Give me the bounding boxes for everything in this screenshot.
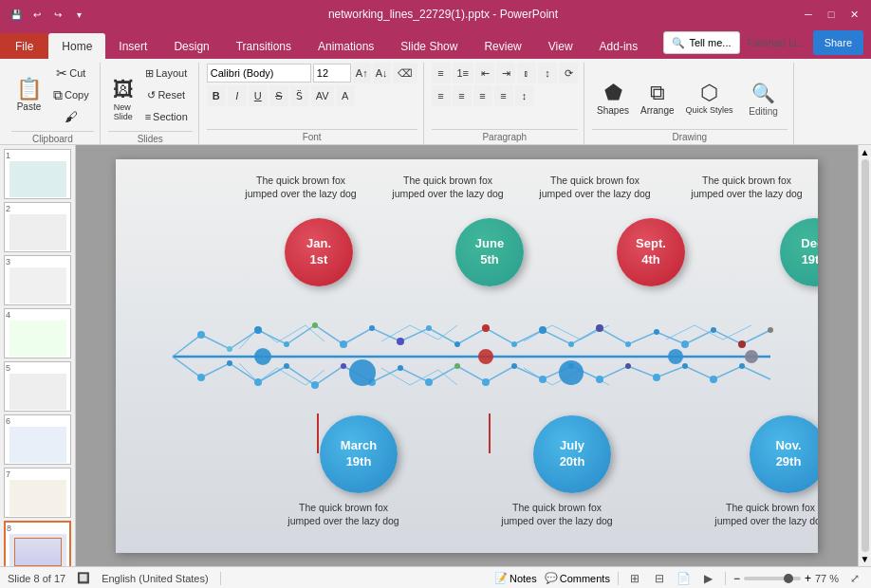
minimize-btn[interactable]: ─ — [799, 5, 818, 24]
numbering-btn[interactable]: 1≡ — [453, 63, 474, 83]
slideshow-view-btn[interactable]: ▶ — [700, 570, 717, 587]
scroll-thumb[interactable] — [862, 159, 869, 552]
increase-indent-btn[interactable]: ⇥ — [496, 63, 515, 83]
slide-thumb-2[interactable]: 2 — [4, 202, 71, 252]
reset-button[interactable]: ↺ Reset — [140, 84, 193, 105]
svg-point-24 — [227, 360, 232, 366]
zoom-out-btn[interactable]: − — [733, 572, 740, 585]
tab-file[interactable]: File — [0, 33, 48, 59]
zoom-slider[interactable] — [744, 577, 801, 580]
share-button[interactable]: Share — [813, 30, 863, 55]
slide-thumb-6[interactable]: 6 — [4, 414, 71, 465]
status-bar: Slide 8 of 17 🔲 English (United States) … — [0, 566, 871, 588]
align-left-btn[interactable]: ≡ — [432, 85, 451, 106]
format-painter-button[interactable]: 🖌 — [48, 106, 94, 127]
circle-march: March 19th — [320, 415, 398, 493]
zoom-thumb — [784, 574, 793, 583]
zoom-in-btn[interactable]: + — [805, 572, 811, 585]
right-scrollbar[interactable]: ▲ ▼ — [858, 145, 871, 566]
slide-thumb-5[interactable]: 5 — [4, 361, 71, 412]
tab-transitions[interactable]: Transitions — [223, 33, 305, 59]
font-family-input[interactable] — [207, 64, 311, 83]
comments-label: Comments — [560, 573, 610, 584]
copy-button[interactable]: ⧉ Copy — [48, 84, 94, 105]
slide-thumb-4[interactable]: 4 — [4, 308, 71, 358]
svg-point-41 — [710, 376, 717, 383]
font-size-input[interactable] — [313, 64, 351, 83]
clear-format-btn[interactable]: ⌫ — [393, 63, 417, 83]
status-right: 📝 Notes 💬 Comments ⊞ ⊟ 📄 ▶ − + 77 % ⤢ — [494, 570, 863, 587]
tab-slideshow[interactable]: Slide Show — [387, 33, 471, 59]
notes-button[interactable]: 📝 Notes — [494, 572, 537, 584]
underline-btn[interactable]: U — [249, 85, 268, 106]
line-spacing-btn[interactable]: ↕ — [515, 85, 534, 106]
decrease-indent-btn[interactable]: ⇤ — [475, 63, 494, 83]
tab-review[interactable]: Review — [471, 33, 534, 59]
char-spacing-btn[interactable]: AV — [311, 85, 334, 106]
italic-btn[interactable]: I — [228, 85, 247, 106]
slide-thumb-8[interactable]: 8 — [4, 521, 71, 566]
fit-slide-btn[interactable]: ⤢ — [846, 570, 863, 587]
undo-btn[interactable]: ↩ — [28, 6, 46, 23]
layout-button[interactable]: ⊞ Layout — [140, 63, 193, 83]
svg-point-27 — [311, 381, 319, 389]
canvas-area: The quick brown fox jumped over the lazy… — [76, 145, 858, 566]
clipboard-label: Clipboard — [11, 131, 94, 146]
comments-button[interactable]: 💬 Comments — [545, 572, 610, 584]
font-color-btn[interactable]: A — [336, 85, 355, 106]
align-right-btn[interactable]: ≡ — [473, 85, 492, 106]
slide-thumb-1[interactable]: 1 — [4, 149, 71, 199]
tab-design[interactable]: Design — [160, 33, 222, 59]
align-center-btn[interactable]: ≡ — [453, 85, 472, 106]
svg-point-33 — [482, 378, 490, 386]
slide-thumb-3[interactable]: 3 — [4, 255, 71, 305]
slide-panel[interactable]: 1 2 3 4 5 6 7 8 — [0, 145, 76, 566]
tab-insert[interactable]: Insert — [105, 33, 160, 59]
slide-sorter-btn[interactable]: ⊟ — [651, 570, 668, 587]
circle-jan: Jan. 1st — [285, 218, 353, 286]
font-group: A↑ A↓ ⌫ B I U S S̈ AV A Font — [201, 63, 424, 144]
slide-content: The quick brown fox jumped over the lazy… — [116, 159, 818, 553]
tab-home[interactable]: Home — [48, 33, 105, 59]
smartart-btn[interactable]: ⟳ — [559, 63, 578, 83]
customize-qa-btn[interactable]: ▾ — [70, 6, 87, 23]
maximize-btn[interactable]: □ — [822, 5, 841, 24]
decrease-font-btn[interactable]: A↓ — [373, 63, 391, 83]
new-slide-button[interactable]: 🖼 NewSlide — [108, 74, 139, 127]
cut-button[interactable]: ✂ Cut — [48, 63, 94, 83]
tab-view[interactable]: View — [535, 33, 586, 59]
svg-point-2 — [197, 331, 205, 339]
paste-button[interactable]: 📋 Paste — [11, 70, 46, 119]
scroll-down-btn[interactable]: ▼ — [861, 554, 870, 564]
reading-view-btn[interactable]: 📄 — [676, 570, 693, 587]
slide-canvas[interactable]: The quick brown fox jumped over the lazy… — [116, 159, 818, 553]
quick-styles-button[interactable]: ⬡ Quick Styles — [681, 72, 738, 125]
search-icon: 🔍 — [672, 37, 685, 49]
close-btn[interactable]: ✕ — [844, 5, 863, 24]
scroll-up-btn[interactable]: ▲ — [861, 147, 870, 157]
columns-btn[interactable]: ⫾ — [517, 63, 536, 83]
tab-animations[interactable]: Animations — [305, 33, 387, 59]
label-above-1: The quick brown fox jumped over the lazy… — [239, 174, 362, 201]
section-button[interactable]: ≡ Section — [140, 106, 193, 127]
justify-btn[interactable]: ≡ — [494, 85, 513, 106]
strikethrough-btn[interactable]: S — [269, 85, 288, 106]
arrange-button[interactable]: ⧉ Arrange — [636, 72, 679, 125]
tab-addins[interactable]: Add-ins — [586, 33, 652, 59]
slide-thumb-7[interactable]: 7 — [4, 468, 71, 518]
editing-icon: 🔍 — [751, 82, 775, 104]
direction-btn[interactable]: ↕ — [538, 63, 557, 83]
thumb-img-6 — [9, 427, 66, 463]
increase-font-btn[interactable]: A↑ — [353, 63, 371, 83]
redo-btn[interactable]: ↪ — [49, 6, 66, 23]
tell-me-box[interactable]: 🔍 Tell me... — [663, 31, 739, 54]
shapes-button[interactable]: ⬟ Shapes — [592, 72, 634, 125]
label-below-3: The quick brown fox jumped over the lazy… — [709, 501, 818, 528]
shadow-btn[interactable]: S̈ — [290, 85, 309, 106]
save-quick-btn[interactable]: 💾 — [8, 6, 25, 23]
timeline-svg — [116, 159, 818, 553]
status-sep-2 — [618, 572, 619, 585]
bold-btn[interactable]: B — [207, 85, 226, 106]
bullets-btn[interactable]: ≡ — [432, 63, 451, 83]
normal-view-btn[interactable]: ⊞ — [626, 570, 643, 587]
